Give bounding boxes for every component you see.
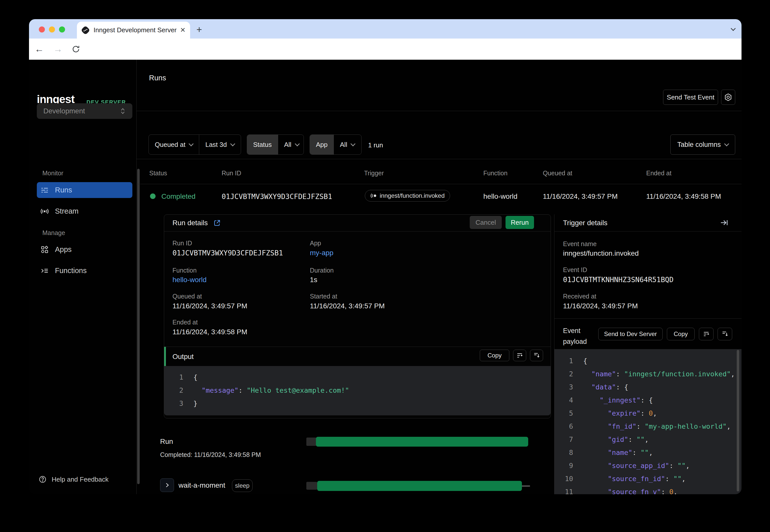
app-filter[interactable]: App All bbox=[310, 135, 362, 155]
trigger-section-divider bbox=[554, 318, 742, 319]
col-header-ended-at[interactable]: Ended at bbox=[646, 170, 672, 177]
col-header-function[interactable]: Function bbox=[483, 170, 507, 177]
time-field-dropdown[interactable]: Queued at bbox=[149, 135, 199, 154]
send-to-dev-server-button[interactable]: Send to Dev Server bbox=[598, 328, 663, 340]
updown-chevron-icon bbox=[120, 107, 126, 115]
page-title: Runs bbox=[149, 74, 166, 82]
collapse-panel-button[interactable] bbox=[720, 218, 728, 227]
environment-select[interactable]: Development bbox=[37, 103, 132, 119]
sidebar-item-functions[interactable]: Functions bbox=[37, 263, 132, 279]
app-link[interactable]: my-app bbox=[310, 249, 333, 257]
output-copy-button[interactable]: Copy bbox=[480, 350, 509, 361]
minimize-window-button[interactable] bbox=[49, 26, 55, 32]
external-link-icon[interactable] bbox=[213, 219, 221, 227]
browser-tab[interactable]: Inngest Development Server ✕ bbox=[77, 22, 190, 39]
queued-at-value: 11/16/2024, 3:49:57 PM bbox=[172, 302, 247, 310]
output-wrap-text-button[interactable] bbox=[513, 350, 526, 361]
function-label: Function bbox=[172, 267, 197, 274]
code-line: 2 "name": "inngest/function.invoked", bbox=[559, 368, 742, 381]
environment-select-value: Development bbox=[43, 107, 120, 115]
time-filter[interactable]: Queued at Last 3d bbox=[148, 135, 241, 155]
code-line: 3} bbox=[169, 397, 551, 410]
forward-button[interactable]: → bbox=[53, 44, 62, 55]
line-number: 9 bbox=[559, 459, 573, 472]
output-scroll-bottom-button[interactable] bbox=[530, 350, 543, 361]
sidebar-item-label: Runs bbox=[55, 186, 72, 194]
run-completed-text: Completed: 11/16/2024, 3:49:58 PM bbox=[160, 451, 261, 458]
received-at-label: Received at bbox=[563, 293, 596, 300]
rerun-button[interactable]: Rerun bbox=[505, 216, 534, 229]
browser-window: Inngest Development Server ✕ + ← → local… bbox=[29, 19, 742, 494]
app-filter-dropdown[interactable]: All bbox=[334, 135, 361, 154]
help-label: Help and Feedback bbox=[52, 476, 108, 483]
event-waves-icon bbox=[370, 192, 377, 199]
payload-copy-button[interactable]: Copy bbox=[667, 328, 695, 340]
row-run-id[interactable]: 01JCVBTMV3WXY9D3CFDEJFZSB1 bbox=[222, 192, 332, 201]
ended-at-value: 11/16/2024, 3:49:58 PM bbox=[172, 328, 247, 336]
status-filter[interactable]: Status All bbox=[247, 135, 304, 155]
tab-strip: Inngest Development Server ✕ + bbox=[29, 19, 742, 39]
wrap-text-icon bbox=[703, 330, 710, 338]
payload-wrap-text-button[interactable] bbox=[699, 328, 714, 340]
settings-button[interactable] bbox=[721, 90, 735, 105]
run-progress-bar[interactable] bbox=[316, 437, 528, 447]
line-number: 5 bbox=[559, 407, 573, 420]
wrap-text-icon bbox=[516, 352, 523, 359]
help-and-feedback[interactable]: Help and Feedback bbox=[39, 475, 108, 483]
back-button[interactable]: ← bbox=[35, 44, 44, 55]
table-columns-button[interactable]: Table columns bbox=[670, 135, 735, 155]
col-header-trigger[interactable]: Trigger bbox=[364, 170, 384, 177]
chevron-right-icon bbox=[164, 482, 170, 488]
new-tab-button[interactable]: + bbox=[197, 25, 202, 34]
started-at-value: 11/16/2024, 3:49:57 PM bbox=[310, 302, 385, 310]
app-content: inngest DEV SERVER Development Monitor R… bbox=[29, 60, 742, 494]
col-header-status[interactable]: Status bbox=[149, 170, 167, 177]
sidebar-item-runs[interactable]: Runs bbox=[37, 182, 132, 198]
payload-scroll-bottom-button[interactable] bbox=[718, 328, 732, 340]
zoom-window-button[interactable] bbox=[59, 26, 65, 32]
step-expand-button[interactable] bbox=[160, 478, 174, 492]
col-header-run-id[interactable]: Run ID bbox=[222, 170, 241, 177]
tab-search-chevron-icon[interactable] bbox=[727, 27, 735, 31]
trigger-details-title: Trigger details bbox=[563, 219, 608, 227]
function-link[interactable]: hello-world bbox=[172, 276, 207, 284]
duration-value: 1s bbox=[310, 276, 317, 284]
output-accent-bar bbox=[164, 347, 166, 366]
step-bar-tail bbox=[522, 486, 530, 486]
event-trigger-badge[interactable]: inngest/function.invoked bbox=[365, 190, 450, 202]
line-number: 6 bbox=[559, 420, 573, 433]
close-window-button[interactable] bbox=[39, 26, 45, 32]
step-progress-bar[interactable] bbox=[317, 481, 522, 491]
ended-at-label: Ended at bbox=[172, 319, 198, 326]
cancel-button[interactable]: Cancel bbox=[470, 216, 502, 229]
reload-button[interactable] bbox=[71, 45, 80, 54]
started-at-label: Started at bbox=[310, 293, 337, 300]
line-number: 11 bbox=[559, 485, 573, 494]
trigger-name: inngest/function.invoked bbox=[380, 192, 445, 199]
tab-title: Inngest Development Server bbox=[93, 26, 178, 34]
event-id-value: 01JCVBTMTKNHNHZ3SN64R51BQD bbox=[563, 276, 674, 284]
sidebar-item-label: Apps bbox=[55, 245, 72, 254]
status-filter-label: Status bbox=[247, 135, 278, 154]
align-bottom-icon bbox=[533, 352, 540, 359]
section-label-manage: Manage bbox=[42, 229, 65, 237]
main-scrollbar[interactable] bbox=[137, 169, 140, 484]
payload-scrollbar[interactable] bbox=[737, 350, 739, 491]
time-range-dropdown[interactable]: Last 3d bbox=[199, 135, 240, 154]
tab-close-icon[interactable]: ✕ bbox=[180, 26, 185, 34]
sidebar-item-label: Functions bbox=[55, 267, 87, 275]
event-payload-code-block[interactable]: 1{2 "name": "inngest/function.invoked",3… bbox=[554, 349, 742, 494]
apps-grid-icon bbox=[40, 245, 49, 254]
send-test-event-button[interactable]: Send Test Event bbox=[663, 90, 718, 105]
sidebar-item-apps[interactable]: Apps bbox=[37, 242, 132, 257]
sidebar-item-stream[interactable]: Stream bbox=[37, 203, 132, 219]
col-header-queued-at[interactable]: Queued at bbox=[543, 170, 572, 177]
status-filter-dropdown[interactable]: All bbox=[278, 135, 304, 154]
code-line: 4 "_inngest": { bbox=[559, 394, 742, 407]
code-line: 9 "source_app_id": "", bbox=[559, 459, 742, 472]
stream-broadcast-icon bbox=[40, 207, 49, 216]
header-divider bbox=[137, 111, 742, 111]
output-code-block[interactable]: 1{2 "message": "Hello test@example.com!"… bbox=[164, 366, 551, 415]
timeline-run-label: Run bbox=[160, 438, 173, 446]
line-number: 8 bbox=[559, 446, 573, 459]
